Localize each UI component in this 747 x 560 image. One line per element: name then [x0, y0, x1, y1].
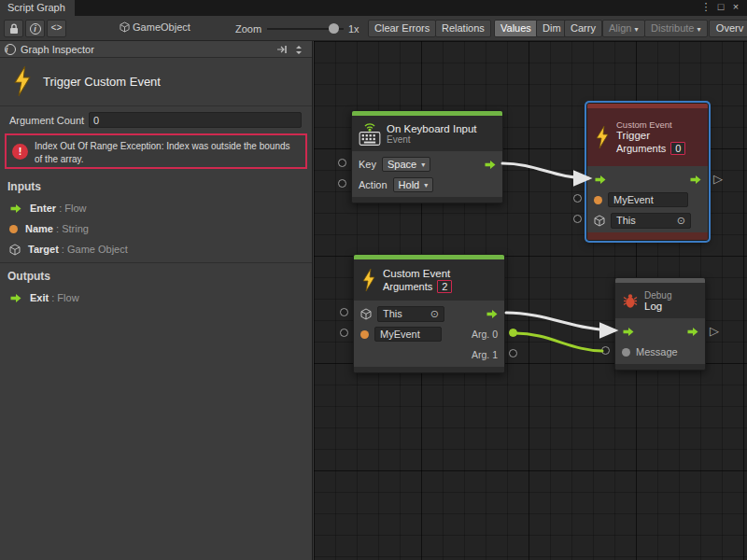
- input-port-name: Name : String: [9, 220, 89, 237]
- zoom-slider-knob[interactable]: [329, 23, 339, 34]
- value-port-icon: [622, 348, 630, 357]
- window-menu-icon[interactable]: ⋮: [698, 1, 713, 13]
- action-dropdown[interactable]: Hold▾: [393, 177, 434, 192]
- graph-toolbar: i <> GameObject Zoom 1x Clear Errors Rel…: [0, 16, 747, 41]
- input-port-enter: Enter : Flow: [9, 200, 87, 217]
- flow-input-port[interactable]: [622, 327, 635, 337]
- close-icon[interactable]: ×: [728, 1, 743, 12]
- arg0-label: Arg. 0: [472, 329, 498, 340]
- node-title: Custom Event: [383, 268, 452, 279]
- overview-button[interactable]: Overv: [709, 20, 747, 37]
- lock-icon[interactable]: [4, 20, 23, 37]
- wire-keyboard-to-trigger[interactable]: [502, 163, 588, 178]
- ce-target-input-port[interactable]: [340, 308, 348, 316]
- node-header: Debug Log: [615, 283, 705, 318]
- node-category: Debug: [644, 290, 671, 301]
- target-field[interactable]: This⊙: [611, 213, 691, 229]
- values-button[interactable]: Values: [494, 20, 538, 37]
- target-row: This⊙: [587, 210, 708, 231]
- align-button[interactable]: Align ▾: [602, 20, 645, 37]
- chevron-down-icon: ▾: [698, 25, 701, 34]
- arguments-count-field[interactable]: 2: [437, 280, 452, 293]
- arg1-row: Arg. 1: [354, 344, 504, 365]
- chevron-down-icon: ▾: [635, 25, 639, 34]
- unit-title-block: Trigger Custom Event: [0, 58, 312, 106]
- info-icon[interactable]: i: [25, 20, 45, 37]
- dim-button[interactable]: Dim: [536, 20, 568, 37]
- graph-inspector-header[interactable]: i Graph Inspector: [0, 41, 312, 58]
- node-body: Key Space▾ Action Hold▾: [352, 151, 502, 197]
- gameobject-cube-icon: [120, 21, 130, 33]
- ce-name-input-port[interactable]: [340, 329, 348, 337]
- wire-arg0-to-message[interactable]: [515, 333, 602, 351]
- node-footer: [615, 364, 705, 370]
- node-trigger-custom-event[interactable]: Custom Event Trigger Arguments 0 MyEvent: [586, 103, 709, 241]
- action-row: Action Hold▾: [352, 175, 502, 195]
- flow-output-port[interactable]: [686, 327, 699, 337]
- message-input-port[interactable]: [601, 346, 610, 355]
- trigger-name-input-port[interactable]: [573, 194, 582, 203]
- flow-output-port[interactable]: [484, 160, 497, 170]
- arguments-count-field[interactable]: 0: [670, 142, 685, 155]
- key-dropdown[interactable]: Space▾: [382, 157, 430, 172]
- node-category: Custom Event: [616, 119, 685, 130]
- gameobject-selector[interactable]: GameObject: [120, 21, 190, 33]
- error-message-box: ! Index Out Of Range Exception: Index wa…: [5, 133, 307, 169]
- node-header: Custom Event Arguments 2: [354, 259, 504, 301]
- event-name-row: MyEvent: [587, 189, 708, 210]
- target-field[interactable]: This⊙: [377, 306, 444, 322]
- error-icon: !: [12, 144, 28, 160]
- argument-count-input[interactable]: [89, 112, 302, 128]
- chevron-down-icon: ▾: [424, 181, 428, 189]
- code-icon[interactable]: <>: [47, 20, 66, 37]
- node-header: Custom Event Trigger Arguments 0: [587, 108, 708, 166]
- tab-bar: Script Graph ⋮ □ ×: [0, 0, 747, 16]
- action-label: Action: [359, 179, 388, 190]
- clear-errors-button[interactable]: Clear Errors: [368, 20, 436, 37]
- node-on-keyboard-input[interactable]: On Keyboard Input Event Key Space▾ Actio…: [351, 110, 503, 203]
- gameobject-cube-icon: [9, 244, 21, 256]
- node-title: On Keyboard Input: [387, 123, 477, 134]
- tab-script-graph[interactable]: Script Graph: [0, 0, 75, 16]
- gameobject-cube-icon: [360, 308, 372, 320]
- node-debug-log[interactable]: Debug Log Message: [614, 277, 706, 371]
- dock-panel-icon[interactable]: [276, 45, 288, 54]
- wire-customevent-to-debug[interactable]: [506, 313, 614, 330]
- flow-output-port[interactable]: [689, 175, 702, 185]
- string-port-icon: [360, 330, 369, 339]
- divider: [0, 262, 312, 263]
- message-label: Message: [636, 346, 678, 357]
- object-picker-icon[interactable]: ⊙: [677, 215, 685, 227]
- arg1-output-port[interactable]: [509, 349, 517, 357]
- object-picker-icon[interactable]: ⊙: [430, 308, 439, 320]
- event-name-field[interactable]: MyEvent: [608, 192, 688, 207]
- run-indicator-icon: ▷: [713, 172, 723, 186]
- unity-script-graph-window: Script Graph ⋮ □ × i <> GameObject Zoom …: [0, 0, 747, 560]
- lightning-bolt-icon: [11, 65, 34, 97]
- panel-menu-icon[interactable]: [293, 45, 304, 55]
- graph-canvas[interactable]: On Keyboard Input Event Key Space▾ Actio…: [314, 41, 747, 560]
- arguments-label: Arguments: [383, 281, 432, 292]
- arg0-output-port[interactable]: [509, 329, 517, 337]
- carry-button[interactable]: Carry: [564, 20, 602, 37]
- trigger-target-input-port[interactable]: [573, 215, 582, 223]
- flow-row: [615, 321, 705, 342]
- node-footer: [587, 232, 708, 240]
- flow-arrow-icon: [9, 293, 22, 303]
- arg1-label: Arg. 1: [472, 349, 498, 360]
- keyboard-event-icon: [359, 122, 381, 146]
- node-custom-event[interactable]: Custom Event Arguments 2 This⊙ MyEvent A…: [353, 254, 505, 373]
- node-header: On Keyboard Input Event: [352, 116, 502, 151]
- relations-button[interactable]: Relations: [435, 20, 491, 37]
- flow-output-port[interactable]: [486, 309, 499, 319]
- event-name-row: MyEvent Arg. 0: [354, 324, 504, 344]
- flow-input-port[interactable]: [594, 175, 607, 185]
- event-name-field[interactable]: MyEvent: [374, 327, 442, 342]
- zoom-label: Zoom: [235, 23, 261, 35]
- bug-icon: [622, 293, 639, 309]
- action-input-port[interactable]: [338, 179, 346, 188]
- distribute-button[interactable]: Distribute ▾: [644, 20, 708, 37]
- key-input-port[interactable]: [338, 159, 346, 167]
- lightning-bolt-icon: [594, 125, 611, 149]
- maximize-icon[interactable]: □: [713, 1, 728, 12]
